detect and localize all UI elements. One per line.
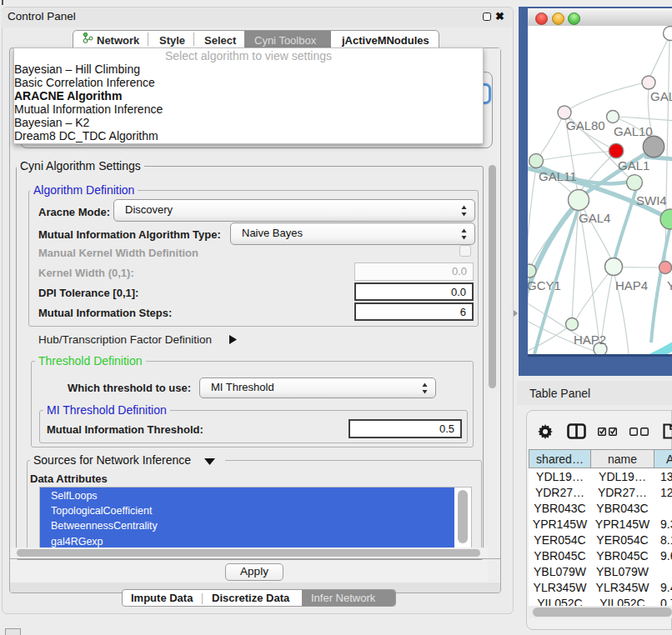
svg-text:GAL11: GAL11 (539, 169, 577, 183)
svg-text:GAL: GAL (650, 89, 672, 103)
svg-text:GCY1: GCY1 (528, 278, 561, 292)
svg-text:GAL4: GAL4 (579, 211, 610, 225)
svg-text:SWI4: SWI4 (636, 193, 667, 208)
svg-text:GAL10: GAL10 (614, 124, 653, 138)
svg-text:HAP2: HAP2 (574, 332, 606, 347)
svg-text:HAP4: HAP4 (615, 278, 648, 292)
svg-text:GAL1: GAL1 (618, 158, 649, 172)
svg-text:Y: Y (667, 278, 672, 292)
svg-text:GAL80: GAL80 (566, 118, 605, 132)
